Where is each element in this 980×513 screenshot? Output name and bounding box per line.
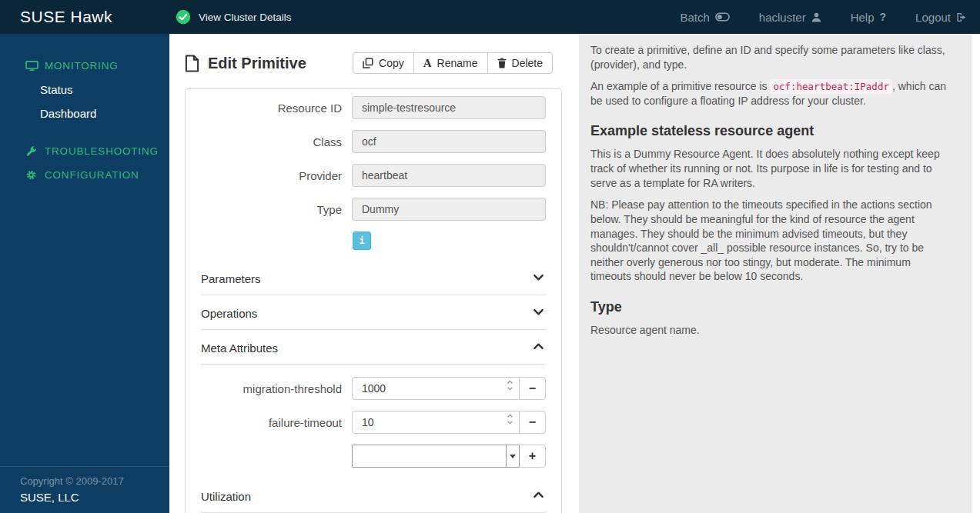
number-spinner[interactable] — [507, 414, 513, 425]
rename-label: Rename — [437, 57, 478, 69]
document-icon — [185, 55, 199, 72]
sidebar-item-dashboard[interactable]: Dashboard — [0, 102, 169, 125]
help-menu[interactable]: Help ? — [851, 11, 886, 24]
toggle-off-icon — [715, 12, 730, 22]
topnav: Batch hacluster Help ? Logout — [651, 11, 980, 24]
help-text: An example of a primitive resource is — [590, 80, 770, 92]
field-row-resource-id: Resource ID — [201, 96, 546, 119]
chevron-up-icon — [533, 341, 544, 355]
code-snippet: ocf:heartbeat:IPaddr — [770, 79, 892, 94]
sign-out-icon — [956, 12, 966, 22]
topbar: SUSE Hawk View Cluster Details Batch hac… — [0, 0, 980, 34]
wrench-icon — [25, 145, 38, 157]
company-text: SUSE, LLC — [20, 491, 169, 504]
sidebar-item-troubleshooting[interactable]: TROUBLESHOOTING — [0, 139, 169, 163]
batch-mode-toggle[interactable]: Batch — [680, 11, 729, 24]
failure-timeout-input[interactable] — [352, 411, 520, 434]
remove-attribute-button[interactable]: − — [519, 377, 546, 400]
meta-attributes-body: migration-threshold − failure-tim — [201, 365, 546, 468]
chevron-down-icon — [533, 306, 544, 321]
font-icon: A — [423, 58, 432, 69]
class-label: Class — [201, 135, 342, 148]
help-agent-description: This is a Dummy Resource Agent. It does … — [590, 147, 950, 190]
sidebar-troubleshooting-label: TROUBLESHOOTING — [45, 145, 159, 157]
field-row-provider: Provider — [201, 164, 546, 187]
page-header: Edit Primitive Copy A Rename De — [185, 48, 564, 78]
operations-label: Operations — [201, 307, 257, 320]
brand-logo[interactable]: SUSE Hawk — [0, 8, 169, 26]
delete-label: Delete — [512, 57, 543, 69]
help-panel: To create a primitive, define an ID and … — [579, 35, 972, 513]
question-icon: ? — [880, 11, 887, 23]
select-caret-icon — [506, 445, 519, 467]
resource-id-label: Resource ID — [201, 102, 342, 115]
parameters-section-toggle[interactable]: Parameters — [201, 261, 546, 295]
class-input — [352, 130, 546, 153]
sidebar-nav: MONITORING Status Dashboard TROUBLESHOOT… — [0, 34, 169, 187]
info-button[interactable]: i — [353, 232, 371, 250]
type-label: Type — [201, 203, 342, 216]
migration-threshold-input[interactable] — [352, 377, 520, 400]
sidebar: MONITORING Status Dashboard TROUBLESHOOT… — [0, 34, 169, 513]
form-column: Edit Primitive Copy A Rename De — [185, 34, 564, 513]
page-title: Edit Primitive — [208, 55, 306, 72]
sidebar-item-configuration[interactable]: CONFIGURATION — [0, 163, 169, 187]
migration-threshold-label: migration-threshold — [201, 382, 342, 395]
logout-label: Logout — [915, 11, 951, 24]
main-content: Edit Primitive Copy A Rename De — [169, 34, 980, 513]
copy-label: Copy — [379, 57, 404, 69]
provider-input — [352, 164, 546, 187]
copyright-text: Copyright © 2009-2017 — [20, 475, 169, 487]
help-agent-nb: NB: Please pay attention to the timeouts… — [590, 198, 950, 284]
sidebar-item-status[interactable]: Status — [0, 78, 169, 102]
meta-attributes-label: Meta Attributes — [201, 341, 278, 355]
provider-label: Provider — [201, 169, 342, 182]
primitive-toolbar: Copy A Rename Delete — [353, 52, 553, 74]
resource-id-input — [352, 96, 546, 119]
copy-icon — [363, 58, 373, 68]
field-row-class: Class — [201, 130, 546, 153]
gear-icon — [25, 169, 38, 181]
user-icon — [811, 12, 821, 22]
username-label: hacluster — [759, 11, 806, 24]
number-spinner[interactable] — [507, 380, 513, 391]
type-input — [352, 198, 546, 221]
meta-row-migration-threshold: migration-threshold − — [201, 377, 546, 400]
help-intro-paragraph: To create a primitive, define an ID and … — [590, 43, 950, 72]
edit-primitive-form: Resource ID Class Provider Type i Parame… — [185, 88, 562, 513]
parameters-label: Parameters — [201, 272, 261, 285]
meta-row-failure-timeout: failure-timeout − — [201, 411, 546, 434]
sidebar-item-monitoring[interactable]: MONITORING — [0, 54, 169, 78]
info-row: i — [201, 232, 546, 250]
failure-timeout-label: failure-timeout — [201, 416, 342, 429]
help-heading-example-agent: Example stateless resource agent — [590, 123, 950, 139]
utilization-label: Utilization — [201, 490, 251, 503]
meta-attributes-section-toggle[interactable]: Meta Attributes — [201, 330, 546, 365]
sidebar-configuration-label: CONFIGURATION — [45, 169, 139, 181]
sidebar-monitoring-label: MONITORING — [45, 60, 119, 72]
logout-button[interactable]: Logout — [915, 11, 966, 24]
add-attribute-button[interactable]: + — [519, 445, 546, 468]
field-row-type: Type — [201, 198, 546, 221]
cluster-status-label: View Cluster Details — [199, 12, 292, 23]
user-menu[interactable]: hacluster — [759, 11, 821, 24]
view-cluster-details-link[interactable]: View Cluster Details — [176, 9, 292, 25]
remove-attribute-button[interactable]: − — [519, 411, 546, 434]
help-type-description: Resource agent name. — [590, 323, 950, 338]
chevron-up-icon — [533, 489, 544, 504]
help-heading-type: Type — [590, 299, 950, 315]
cluster-ok-check-icon — [176, 9, 191, 25]
help-label: Help — [851, 11, 875, 24]
operations-section-toggle[interactable]: Operations — [201, 295, 546, 330]
new-attribute-select[interactable] — [352, 445, 520, 468]
utilization-section-toggle[interactable]: Utilization — [201, 478, 546, 513]
help-example-paragraph: An example of a primitive resource is oc… — [590, 79, 950, 108]
chevron-down-icon — [533, 271, 544, 286]
sidebar-footer: Copyright © 2009-2017 SUSE, LLC — [0, 466, 169, 513]
monitor-icon — [25, 61, 38, 72]
delete-button[interactable]: Delete — [487, 52, 553, 74]
rename-button[interactable]: A Rename — [413, 52, 488, 74]
batch-label: Batch — [680, 11, 709, 24]
meta-row-new-attribute: + — [201, 445, 546, 468]
copy-button[interactable]: Copy — [353, 52, 414, 74]
